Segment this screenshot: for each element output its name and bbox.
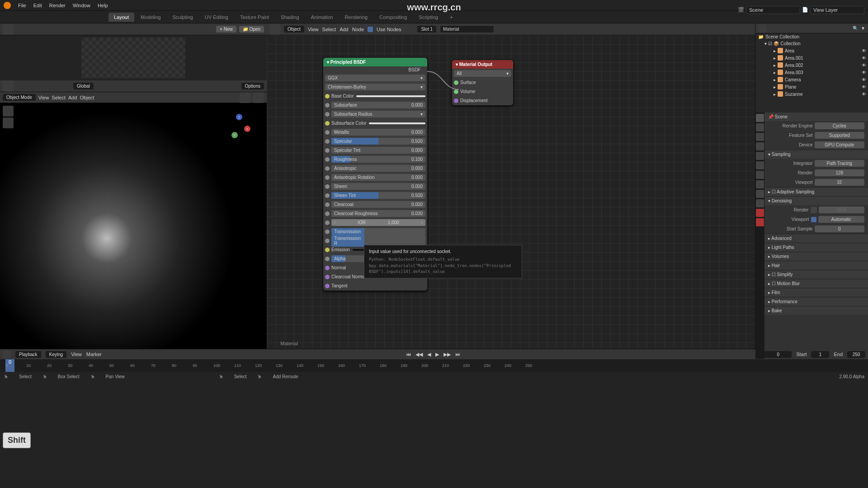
scene-name-input[interactable]	[746, 6, 800, 14]
mode-select[interactable]: Object Mode	[3, 94, 36, 101]
view-layer-input[interactable]	[810, 6, 864, 14]
denoise-render-check[interactable]	[811, 207, 817, 213]
jump-start-icon[interactable]: ⏮	[406, 352, 411, 357]
denoise-view-check[interactable]	[811, 217, 816, 222]
menu-file[interactable]: File	[18, 3, 26, 8]
editor-type-timeline-icon[interactable]	[3, 350, 11, 358]
node-menu-add[interactable]: Add	[340, 27, 349, 32]
panel-advanced[interactable]: ▸ Advanced	[764, 234, 868, 243]
tab-output-icon[interactable]	[756, 123, 764, 131]
panel-simplify[interactable]: ▸ ☐ Simplify	[764, 270, 868, 279]
socket-icon[interactable]	[325, 175, 330, 180]
bsdf-input-specular-tint[interactable]: Specular Tint0.000	[325, 146, 425, 155]
socket-icon[interactable]	[325, 139, 330, 144]
bsdf-distribution[interactable]: GGX▾	[325, 75, 425, 81]
tab-view-layer-icon[interactable]	[756, 133, 764, 141]
panel-adaptive[interactable]: ▸ ☐ Adaptive Sampling	[764, 187, 868, 196]
timeline-marker[interactable]: Marker	[86, 352, 102, 357]
tab-particles-icon[interactable]	[756, 180, 764, 188]
bsdf-input-roughness[interactable]: Roughness0.100	[325, 155, 425, 164]
menu-select-3d[interactable]: Select	[52, 95, 66, 100]
workspace-tab-texture-paint[interactable]: Texture Paint	[235, 13, 274, 22]
workspace-tab-scripting[interactable]: Scripting	[413, 13, 443, 22]
options-button[interactable]: Options	[241, 83, 264, 89]
socket-icon[interactable]	[325, 248, 330, 252]
panel-bake[interactable]: ▸ Bake	[764, 306, 868, 315]
socket-icon[interactable]	[325, 239, 330, 243]
material-slot[interactable]: Slot 1	[417, 26, 436, 33]
tab-constraints-icon[interactable]	[756, 199, 764, 207]
outliner-item-camera[interactable]: ▸ Camera👁	[755, 76, 868, 83]
panel-performance[interactable]: ▸ Performance	[764, 297, 868, 306]
socket-icon[interactable]	[325, 112, 330, 117]
tab-world-icon[interactable]	[756, 152, 764, 160]
bsdf-input-sheen-tint[interactable]: Sheen Tint0.500	[325, 191, 425, 200]
nav-gizmo[interactable]: X Y Z	[226, 112, 253, 139]
menu-edit[interactable]: Edit	[33, 3, 42, 8]
editor-type-3d-icon[interactable]	[3, 81, 14, 92]
panel-sampling[interactable]: ▾ Sampling	[764, 150, 868, 159]
visibility-icon[interactable]: 👁	[862, 77, 866, 82]
viewport-3d[interactable]: X Y Z	[0, 103, 267, 349]
visibility-icon[interactable]: 👁	[862, 92, 866, 97]
outliner-item-area-002[interactable]: ▸ Area.002👁	[755, 61, 868, 69]
next-key-icon[interactable]: ▶▶	[443, 352, 451, 357]
panel-motion-blur[interactable]: ▸ ☐ Motion Blur	[764, 279, 868, 288]
bsdf-input-clearcoat-roughness[interactable]: Clearcoat Roughness0.030	[325, 209, 425, 218]
menu-window[interactable]: Window	[73, 3, 90, 8]
tab-render-icon[interactable]	[756, 114, 764, 122]
outliner-item-area-001[interactable]: ▸ Area.001👁	[755, 54, 868, 61]
tab-modifier-icon[interactable]	[756, 171, 764, 179]
play-icon[interactable]: ▶	[435, 352, 439, 357]
play-reverse-icon[interactable]: ◀	[427, 352, 431, 357]
shading-rendered-icon[interactable]	[253, 92, 264, 103]
tab-physics-icon[interactable]	[756, 190, 764, 198]
bsdf-input-subsurface[interactable]: Subsurface0.000	[325, 101, 425, 109]
node-editor[interactable]: Object View Select Add Node Use Nodes Sl…	[267, 23, 755, 349]
denoise-render-value[interactable]: NLM	[819, 206, 865, 213]
workspace-tab-sculpting[interactable]: Sculpting	[167, 13, 198, 22]
socket-icon[interactable]	[325, 230, 330, 234]
bsdf-input-subsurface-radius[interactable]: Subsurface Radius▾	[325, 110, 425, 118]
bsdf-sss-method[interactable]: Christensen-Burley▾	[325, 84, 425, 90]
jump-end-icon[interactable]: ⏭	[455, 352, 460, 357]
shader-type[interactable]: Object	[284, 26, 304, 33]
workspace-tab-animation[interactable]: Animation	[306, 13, 339, 22]
menu-add-3d[interactable]: Add	[68, 95, 77, 100]
node-material-output[interactable]: ▾ Material Output All▾ Surface Volume Di…	[452, 60, 513, 105]
current-frame[interactable]: 0	[764, 351, 792, 358]
workspace-tab-uv-editing[interactable]: UV Editing	[199, 13, 234, 22]
workspace-tab-compositing[interactable]: Compositing	[374, 13, 412, 22]
tab-scene-icon[interactable]	[756, 142, 764, 150]
visibility-icon[interactable]: 👁	[862, 84, 866, 89]
workspace-tab-rendering[interactable]: Rendering	[339, 13, 373, 22]
bsdf-input-specular[interactable]: Specular0.500	[325, 137, 425, 145]
use-nodes-checkbox[interactable]	[368, 27, 373, 32]
prev-key-icon[interactable]: ◀◀	[415, 352, 423, 357]
keying-menu[interactable]: Keying	[46, 351, 67, 358]
bsdf-input-clearcoat[interactable]: Clearcoat0.000	[325, 200, 425, 209]
bsdf-input-anisotropic-rotation[interactable]: Anisotropic Rotation0.000	[325, 173, 425, 182]
socket-icon[interactable]	[325, 257, 330, 261]
outliner[interactable]: 📁 Scene Collection ▾ ☑ 📦 Collection ▸ Ar…	[755, 33, 868, 113]
outliner-scene-collection[interactable]: 📁 Scene Collection	[755, 33, 868, 40]
bsdf-output[interactable]: BSDF	[323, 66, 427, 73]
visibility-icon[interactable]: 👁	[862, 56, 866, 61]
workspace-tab-layout[interactable]: Layout	[108, 13, 134, 22]
bsdf-input-base-color[interactable]: Base Color	[325, 92, 425, 100]
bsdf-input-metallic[interactable]: Metallic0.000	[325, 128, 425, 136]
socket-icon[interactable]	[325, 94, 330, 99]
out-displacement[interactable]: Displacement	[460, 98, 488, 103]
outliner-item-area-003[interactable]: ▸ Area.003👁	[755, 69, 868, 76]
editor-type-image-icon[interactable]	[3, 24, 14, 35]
menu-object-3d[interactable]: Object	[80, 95, 94, 100]
render-engine-select[interactable]: Cycles	[815, 122, 865, 129]
add-workspace-button[interactable]: +	[444, 13, 458, 22]
socket-icon[interactable]	[325, 103, 330, 108]
bsdf-input-anisotropic[interactable]: Anisotropic0.000	[325, 164, 425, 173]
start-frame[interactable]: 1	[811, 351, 829, 358]
outliner-collection[interactable]: ▾ ☑ 📦 Collection	[755, 40, 868, 47]
feature-set-select[interactable]: Supported	[815, 132, 865, 139]
timeline-view[interactable]: View	[71, 352, 82, 357]
tool-cursor-icon[interactable]	[3, 117, 14, 128]
